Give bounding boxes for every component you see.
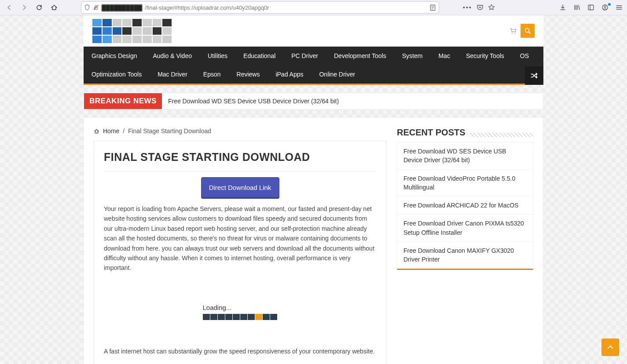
article: Final Stage Starting Download Direct Dow… bbox=[94, 141, 386, 364]
scroll-to-top-button[interactable] bbox=[601, 339, 619, 356]
article-title: Final Stage Starting Download bbox=[104, 151, 376, 172]
page-actions-icon[interactable]: ••• bbox=[463, 4, 472, 11]
nav-item[interactable]: PC Driver bbox=[283, 47, 326, 65]
cart-icon[interactable] bbox=[509, 27, 517, 35]
sidebar: Recent Posts Free Download WD SES Device… bbox=[397, 127, 533, 270]
nav-item[interactable]: Mac bbox=[430, 47, 458, 65]
nav-item[interactable]: OS bbox=[512, 47, 537, 65]
nav-item[interactable]: Graphics Design bbox=[84, 47, 145, 65]
nav-item[interactable]: System bbox=[394, 47, 431, 65]
loading-indicator: Loading... bbox=[203, 304, 278, 320]
nav-item[interactable]: Reviews bbox=[229, 65, 268, 84]
breadcrumb-current: Final Stage Starting Download bbox=[128, 127, 211, 135]
back-button bbox=[4, 2, 15, 13]
nav-item[interactable]: Online Driver bbox=[311, 65, 363, 84]
svg-point-9 bbox=[604, 6, 606, 8]
library-icon[interactable] bbox=[573, 4, 581, 11]
nav-item[interactable]: Epson bbox=[195, 65, 229, 84]
nav-item[interactable]: Development Tools bbox=[326, 47, 394, 65]
home-button[interactable] bbox=[48, 2, 60, 13]
primary-nav: Graphics Design Audio & Video Utilities … bbox=[84, 47, 543, 85]
nav-item[interactable]: Utilities bbox=[200, 47, 235, 65]
breadcrumb: Home / Final Stage Starting Download bbox=[94, 127, 386, 135]
bookmark-star-icon[interactable] bbox=[488, 4, 495, 11]
insecure-connection-icon[interactable] bbox=[93, 4, 99, 11]
recent-post-link[interactable]: Free Download ARCHICAD 22 for MacOS bbox=[397, 196, 533, 214]
home-icon bbox=[94, 127, 101, 135]
nav-item[interactable]: iPad Apps bbox=[268, 65, 311, 84]
downloads-icon[interactable] bbox=[559, 4, 567, 11]
tracking-protection-icon[interactable] bbox=[84, 4, 90, 11]
reader-mode-icon[interactable] bbox=[429, 4, 436, 11]
breadcrumb-home-label: Home bbox=[103, 127, 119, 135]
site-logo[interactable] bbox=[92, 19, 172, 43]
nav-item[interactable]: Audio & Video bbox=[145, 47, 200, 65]
pocket-icon[interactable] bbox=[477, 4, 484, 11]
svg-line-13 bbox=[529, 32, 531, 34]
recent-post-link[interactable]: Free Download VideoProc Portable 5.5.0 M… bbox=[397, 169, 533, 197]
random-post-button[interactable] bbox=[525, 66, 543, 85]
breadcrumb-sep: / bbox=[123, 127, 125, 135]
recent-post-link[interactable]: Free Download Driver Canon PIXMA ts5320 … bbox=[397, 214, 533, 241]
app-menu-icon[interactable] bbox=[616, 4, 623, 11]
address-bar[interactable]: ██████████ /final-stage/#https://uploadr… bbox=[81, 1, 439, 14]
breaking-news-headline[interactable]: Free Download WD SES Device USB Device D… bbox=[162, 93, 345, 109]
recent-posts-list: Free Download WD SES Device USB Device D… bbox=[397, 142, 533, 270]
browser-toolbar: ██████████ /final-stage/#https://uploadr… bbox=[0, 0, 627, 15]
site-header bbox=[84, 15, 543, 47]
direct-download-button[interactable]: Direct Download Link bbox=[201, 177, 279, 198]
recent-posts-heading: Recent Posts bbox=[397, 127, 466, 138]
forward-button bbox=[18, 2, 30, 13]
reload-button[interactable] bbox=[33, 2, 45, 13]
nav-item[interactable]: Mac Driver bbox=[150, 65, 195, 84]
address-bar-actions: ••• bbox=[463, 4, 495, 11]
breadcrumb-home[interactable]: Home bbox=[94, 127, 121, 135]
progress-bar bbox=[203, 314, 278, 320]
url-host: ██████████ bbox=[102, 4, 142, 11]
sidebar-toggle-icon[interactable] bbox=[587, 4, 595, 11]
recent-post-link[interactable]: Free Download WD SES Device USB Device D… bbox=[397, 142, 533, 169]
toolbar-right bbox=[559, 4, 623, 11]
recent-post-link[interactable]: Free Download Canon MAXIFY GX3020 Driver… bbox=[397, 241, 533, 269]
svg-point-10 bbox=[512, 33, 513, 34]
svg-point-11 bbox=[514, 33, 515, 34]
url-path: /final-stage/#https://uploadrar.com/u40y… bbox=[145, 4, 269, 11]
search-button[interactable] bbox=[521, 24, 535, 38]
account-icon[interactable] bbox=[601, 4, 609, 11]
article-paragraph: A fast internet host can substantially g… bbox=[104, 346, 376, 356]
nav-item[interactable]: Optimization Tools bbox=[84, 65, 150, 84]
nav-item[interactable]: Educational bbox=[235, 47, 283, 65]
loading-label: Loading... bbox=[203, 304, 278, 311]
svg-rect-6 bbox=[588, 5, 594, 10]
article-paragraph: Your report is loading from Apache Serve… bbox=[104, 204, 376, 273]
nav-item[interactable]: Security Tools bbox=[458, 47, 512, 65]
heading-decoration bbox=[470, 133, 533, 137]
breaking-news-bar: Breaking News Free Download WD SES Devic… bbox=[84, 93, 543, 109]
breaking-news-label: Breaking News bbox=[84, 93, 162, 109]
